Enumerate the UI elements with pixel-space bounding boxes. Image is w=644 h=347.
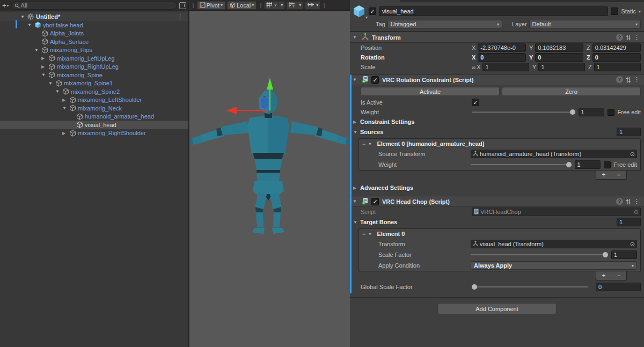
foldout-closed-icon[interactable]: ▶ xyxy=(41,64,48,69)
help-icon[interactable]: ? xyxy=(616,34,623,41)
head-chop-header[interactable]: ▼ ✓ VRC Head Chop (Script) ? ⋮ xyxy=(350,196,644,207)
scale-z-field[interactable]: 1 xyxy=(594,63,641,71)
is-active-checkbox[interactable]: ✓ xyxy=(472,99,479,106)
foldout-closed-icon[interactable]: ▶ xyxy=(353,186,360,190)
scene-3d-viewport[interactable] xyxy=(189,11,350,347)
foldout-open-icon[interactable]: ▼ xyxy=(368,142,375,146)
foldout-open-icon[interactable]: ▼ xyxy=(55,89,62,94)
static-checkbox[interactable] xyxy=(611,8,618,15)
add-element-button[interactable]: + xyxy=(596,171,611,179)
source-weight-slider[interactable] xyxy=(471,161,572,168)
chevron-down-icon[interactable]: ▾ xyxy=(281,3,283,8)
snap-increment-button[interactable]: ▾ xyxy=(305,1,320,10)
hierarchy-item-mixamorig-spine2[interactable]: ▼ mixamorig_Spine2 xyxy=(0,87,188,96)
hierarchy-item-mixamorig-rightupleg[interactable]: ▶ mixamorig_RightUpLeg xyxy=(0,63,188,71)
hierarchy-item-mixamorig-rightshoulder[interactable]: ▶ mixamorig_RightShoulder xyxy=(0,129,188,138)
hierarchy-item-alpha-surface[interactable]: ▶ Alpha_Surface xyxy=(0,38,188,46)
static-dropdown-icon[interactable]: ▾ xyxy=(639,9,641,14)
weight-field[interactable]: 1 xyxy=(579,108,604,116)
position-z-field[interactable]: 0.03142429 xyxy=(592,43,641,52)
hierarchy-search-input[interactable]: All xyxy=(11,2,177,10)
toolbar-drag-handle[interactable]: ∥ xyxy=(322,3,326,8)
menu-icon[interactable]: ⋮ xyxy=(634,198,640,205)
link-scale-icon[interactable]: ∞ xyxy=(472,64,475,70)
add-component-button[interactable]: Add Component xyxy=(437,303,557,314)
hierarchy-item-humanoid-armature-head[interactable]: ▶ humanoid_armature_head xyxy=(0,113,188,121)
component-enabled-checkbox[interactable]: ✓ xyxy=(371,198,379,205)
scene-menu-icon[interactable]: ⋮ xyxy=(177,13,183,20)
foldout-open-icon[interactable]: ▼ xyxy=(353,77,360,82)
scene-picker-icon[interactable] xyxy=(179,2,186,9)
chevron-down-icon[interactable]: ▾ xyxy=(299,3,301,8)
target-bones-row[interactable]: ▼ Target Bones 1 xyxy=(350,217,644,227)
transform-header[interactable]: ▼ Transform ? ⋮ xyxy=(350,32,644,43)
hierarchy-item-mixamorig-leftshoulder[interactable]: ▶ mixamorig_LeftShoulder xyxy=(0,96,188,105)
source-element-header[interactable]: = ▼ Element 0 [humanoid_armature_head] xyxy=(359,139,640,149)
foldout-open-icon[interactable]: ▼ xyxy=(20,14,27,19)
tag-dropdown[interactable]: Untagged ▾ xyxy=(387,20,502,28)
object-picker-icon[interactable]: ⊙ xyxy=(630,151,635,158)
scale-factor-field[interactable]: 1 xyxy=(611,250,637,259)
drag-handle-icon[interactable]: = xyxy=(362,231,365,237)
source-free-edit-checkbox[interactable] xyxy=(604,161,611,168)
scale-factor-slider[interactable] xyxy=(471,251,608,259)
foldout-open-icon[interactable]: ▼ xyxy=(41,72,48,77)
help-icon[interactable]: ? xyxy=(616,76,623,83)
add-element-button[interactable]: + xyxy=(596,271,611,280)
foldout-open-icon[interactable]: ▼ xyxy=(353,130,360,135)
foldout-closed-icon[interactable]: ▶ xyxy=(353,120,360,124)
foldout-closed-icon[interactable]: ▶ xyxy=(62,98,69,102)
hierarchy-item-visual-head[interactable]: ▶ visual_head xyxy=(0,121,188,129)
remove-element-button[interactable]: − xyxy=(611,171,626,179)
apply-condition-dropdown[interactable]: Always Apply ▾ xyxy=(471,261,637,270)
create-object-button[interactable]: + ▾ xyxy=(2,2,9,10)
constraint-settings-row[interactable]: ▶ Constraint Settings xyxy=(350,117,644,127)
global-scale-factor-slider[interactable] xyxy=(472,283,588,291)
foldout-open-icon[interactable]: ▼ xyxy=(34,48,41,53)
object-name-field[interactable]: visual_head xyxy=(379,6,608,16)
weight-slider[interactable] xyxy=(472,108,575,116)
foldout-open-icon[interactable]: ▼ xyxy=(27,23,34,27)
hierarchy-item-alpha-joints[interactable]: ▶ Alpha_Joints xyxy=(0,29,188,38)
activate-button[interactable]: Activate xyxy=(361,87,500,96)
object-picker-icon[interactable]: ⊙ xyxy=(630,241,635,248)
rotation-constraint-header[interactable]: ▼ ✓ VRC Rotation Constraint (Script) ? ⋮ xyxy=(350,75,644,85)
source-weight-field[interactable]: 1 xyxy=(575,160,601,169)
local-space-button[interactable]: Local ▾ xyxy=(227,1,257,10)
layer-dropdown[interactable]: Default ▾ xyxy=(529,20,641,28)
target-bone-element-header[interactable]: = ▼ Element 0 xyxy=(359,229,640,239)
foldout-open-icon[interactable]: ▼ xyxy=(353,35,360,40)
presets-icon[interactable] xyxy=(625,34,632,41)
position-y-field[interactable]: 0.1032183 xyxy=(535,43,583,52)
scale-y-field[interactable]: 1 xyxy=(538,63,585,71)
foldout-closed-icon[interactable]: ▶ xyxy=(62,131,69,136)
menu-icon[interactable]: ⋮ xyxy=(634,76,640,83)
toolbar-drag-handle[interactable]: ∥ xyxy=(191,3,195,8)
chevron-down-icon[interactable]: ▾ xyxy=(316,3,318,8)
foldout-open-icon[interactable]: ▼ xyxy=(62,106,69,110)
foldout-open-icon[interactable]: ▼ xyxy=(368,232,375,237)
scene-header-row[interactable]: ▼ Untitled* ⋮ xyxy=(0,12,188,21)
active-checkbox[interactable]: ✓ xyxy=(369,8,376,15)
component-enabled-checkbox[interactable]: ✓ xyxy=(371,76,379,84)
rotation-y-field[interactable]: 0 xyxy=(535,53,583,62)
target-transform-object-field[interactable]: visual_head (Transform) ⊙ xyxy=(471,240,637,248)
remove-element-button[interactable]: − xyxy=(611,271,626,280)
advanced-settings-row[interactable]: ▶ Advanced Settings xyxy=(350,183,644,193)
foldout-open-icon[interactable]: ▼ xyxy=(353,199,360,204)
hierarchy-item-ybot-false-head[interactable]: ▼ ybot false head xyxy=(0,21,188,29)
free-edit-checkbox[interactable] xyxy=(608,109,614,116)
drag-handle-icon[interactable]: = xyxy=(362,141,365,147)
hierarchy-item-mixamorig-spine1[interactable]: ▼ mixamorig_Spine1 xyxy=(0,79,188,88)
help-icon[interactable]: ? xyxy=(616,198,623,205)
scene-view-panel[interactable]: ∥ Pivot ▾ Local ▾ ∥ Y ▾ ▾ ▾ ∥ xyxy=(189,0,350,347)
rotation-x-field[interactable]: 0 xyxy=(478,53,526,62)
global-scale-factor-field[interactable]: 0 xyxy=(596,283,641,291)
rotation-z-field[interactable]: 0 xyxy=(592,53,641,62)
target-bones-count-field[interactable]: 1 xyxy=(617,218,641,226)
pivot-mode-button[interactable]: Pivot ▾ xyxy=(197,1,225,10)
scale-x-field[interactable]: 1 xyxy=(482,63,529,71)
chevron-down-icon[interactable]: ▾ xyxy=(365,15,368,20)
hierarchy-item-mixamorig-spine[interactable]: ▼ mixamorig_Spine xyxy=(0,71,188,79)
hierarchy-item-mixamorig-hips[interactable]: ▼ mixamorig_Hips xyxy=(0,46,188,55)
